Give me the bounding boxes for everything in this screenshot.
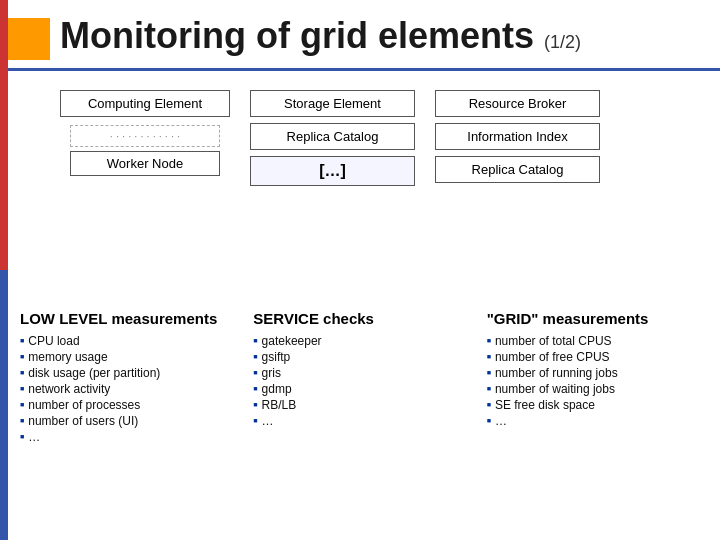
list-item: SE free disk space (487, 397, 710, 413)
list-item: number of free CPUS (487, 349, 710, 365)
column-storage: Storage Element Replica Catalog […] (250, 90, 415, 186)
title-suffix: (1/2) (544, 32, 581, 53)
storage-element-box: Storage Element (250, 90, 415, 117)
bracket-box: […] (250, 156, 415, 186)
inner-dots-1: · · · · · · · · · · · · (70, 125, 220, 147)
grid-list: number of total CPUS number of free CPUS… (487, 333, 710, 429)
information-index-box: Information Index (435, 123, 600, 150)
grid-title: "GRID" measurements (487, 310, 710, 327)
replica-catalog-box: Replica Catalog (250, 123, 415, 150)
service-col: SERVICE checks gatekeeper gsiftp gris gd… (253, 310, 476, 445)
list-item: RB/LB (253, 397, 476, 413)
orange-square-decoration (8, 18, 50, 60)
low-level-list: CPU load memory usage disk usage (per pa… (20, 333, 243, 445)
list-item: memory usage (20, 349, 243, 365)
column-computing-element: Computing Element · · · · · · · · · · · … (60, 90, 230, 186)
list-item: number of waiting jobs (487, 381, 710, 397)
title-area: Monitoring of grid elements (1/2) (60, 15, 710, 57)
list-item: number of users (UI) (20, 413, 243, 429)
list-item: gdmp (253, 381, 476, 397)
list-item: gsiftp (253, 349, 476, 365)
list-item: number of total CPUS (487, 333, 710, 349)
bottom-section: LOW LEVEL measurements CPU load memory u… (20, 310, 710, 445)
page-title: Monitoring of grid elements (1/2) (60, 15, 710, 57)
list-item: gatekeeper (253, 333, 476, 349)
list-item: … (487, 413, 710, 429)
main-title-text: Monitoring of grid elements (60, 15, 534, 57)
service-list: gatekeeper gsiftp gris gdmp RB/LB … (253, 333, 476, 429)
inner-boxes: · · · · · · · · · · · · Worker Node (60, 125, 230, 176)
list-item: network activity (20, 381, 243, 397)
accent-bar (0, 0, 8, 540)
column-resource-broker: Resource Broker Information Index Replic… (435, 90, 600, 186)
low-level-col: LOW LEVEL measurements CPU load memory u… (20, 310, 243, 445)
list-item: … (253, 413, 476, 429)
list-item: number of running jobs (487, 365, 710, 381)
list-item: gris (253, 365, 476, 381)
list-item: CPU load (20, 333, 243, 349)
low-level-title: LOW LEVEL measurements (20, 310, 243, 327)
grid-col: "GRID" measurements number of total CPUS… (487, 310, 710, 445)
resource-broker-box: Resource Broker (435, 90, 600, 117)
list-item: number of processes (20, 397, 243, 413)
list-item: disk usage (per partition) (20, 365, 243, 381)
service-title: SERVICE checks (253, 310, 476, 327)
computing-element-box: Computing Element (60, 90, 230, 117)
list-item: … (20, 429, 243, 445)
boxes-area: Computing Element · · · · · · · · · · · … (60, 90, 700, 186)
replica-catalog-box-2: Replica Catalog (435, 156, 600, 183)
title-divider (8, 68, 720, 71)
worker-node-box: Worker Node (70, 151, 220, 176)
